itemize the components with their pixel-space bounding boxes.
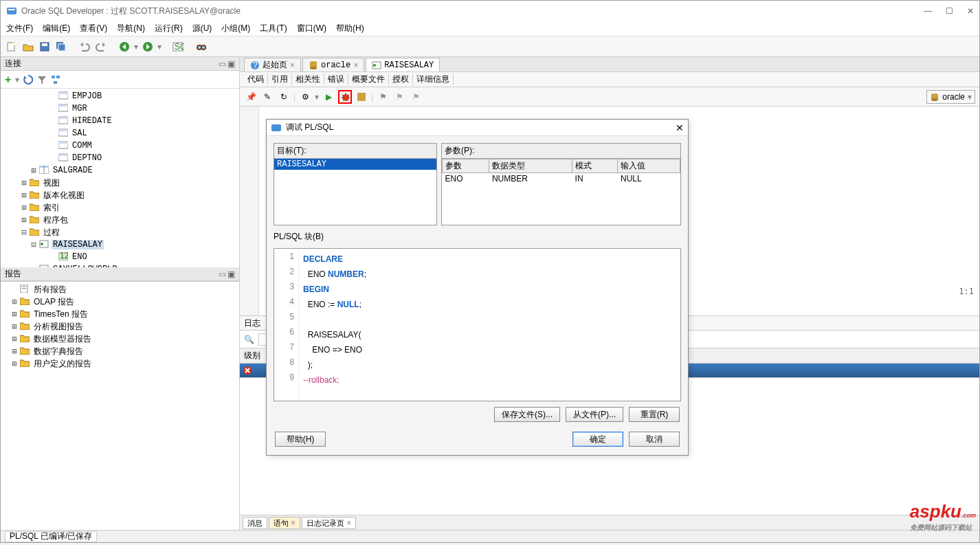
panel-restore-icon[interactable]: ▣ <box>227 59 235 69</box>
tree-row[interactable]: SAL <box>1 127 239 140</box>
connection-selector[interactable]: oracle ▾ <box>926 90 975 104</box>
reset-button[interactable]: 重置(R) <box>629 407 680 422</box>
params-box: 参数(P): 参数数据类型模式输入值 ENONUMBERINNULL <box>441 143 681 225</box>
reports-tree[interactable]: 所有报告⊞OLAP 报告⊞TimesTen 报告⊞分析视图报告⊞数据模型器报告⊞… <box>1 281 239 530</box>
log-header-label: 日志 <box>244 318 260 329</box>
subtab[interactable]: 代码 <box>244 74 268 85</box>
svg-rect-42 <box>22 288 26 289</box>
subtab[interactable]: 错误 <box>324 74 348 85</box>
connections-tree[interactable]: EMPJOBMGRHIREDATESALCOMMDEPTNO⊞SALGRADE⊞… <box>1 89 239 267</box>
sql-icon[interactable]: SQL <box>171 40 185 54</box>
menu-item[interactable]: 运行(R) <box>155 23 183 34</box>
bookmark-icon[interactable]: ⚑ <box>376 90 390 104</box>
menu-item[interactable]: 导航(N) <box>117 23 145 34</box>
subtab[interactable]: 详细信息 <box>413 74 454 85</box>
refresh2-icon[interactable]: ↻ <box>277 90 291 104</box>
tree-row[interactable]: ⊞数据模型器报告 <box>1 333 239 345</box>
menu-item[interactable]: 文件(F) <box>6 23 33 34</box>
gear-icon[interactable]: ⚙ <box>298 90 312 104</box>
window-buttons: — ☐ ✕ <box>924 6 974 16</box>
subtab[interactable]: 授权 <box>389 74 413 85</box>
undo-icon[interactable] <box>78 40 91 54</box>
from-file-button[interactable]: 从文件(P)... <box>566 407 623 422</box>
ok-button[interactable]: 确定 <box>572 432 623 447</box>
log-tab[interactable]: 语句 × <box>269 517 300 529</box>
document-tab[interactable]: oracle × <box>302 58 364 71</box>
subtab[interactable]: 引用 <box>268 74 292 85</box>
params-table-wrap: 参数数据类型模式输入值 ENONUMBERINNULL <box>442 159 680 225</box>
binoculars-icon[interactable] <box>194 40 208 54</box>
close-button[interactable]: ✕ <box>967 6 974 16</box>
tree-row[interactable]: ⊟过程 <box>1 226 239 238</box>
menu-item[interactable]: 编辑(E) <box>43 23 70 34</box>
svg-text:123: 123 <box>60 252 68 260</box>
svg-point-15 <box>202 46 205 49</box>
back-icon[interactable] <box>118 40 131 54</box>
target-list[interactable]: RAISESALAY <box>274 159 436 225</box>
tree-row[interactable]: ⊞分析视图报告 <box>1 320 239 333</box>
minimize-button[interactable]: — <box>924 6 932 16</box>
tree-row[interactable]: 所有报告 <box>1 283 239 296</box>
target-item[interactable]: RAISESALAY <box>274 159 436 170</box>
menu-item[interactable]: 源(U) <box>192 23 212 34</box>
subtab[interactable]: 概要文件 <box>348 74 389 85</box>
tree-row[interactable]: ⊞OLAP 报告 <box>1 296 239 308</box>
tree-row[interactable]: COMM <box>1 140 239 152</box>
save-file-button[interactable]: 保存文件(S)... <box>494 407 560 422</box>
document-tab[interactable]: ?起始页 × <box>244 58 301 71</box>
tree-row[interactable]: ⊞版本化视图 <box>1 189 239 201</box>
tree-row[interactable]: ⊟RAISESALAY <box>1 238 239 251</box>
tree-row[interactable]: MGR <box>1 102 239 115</box>
maximize-button[interactable]: ☐ <box>946 6 953 16</box>
menu-item[interactable]: 帮助(H) <box>336 23 364 34</box>
params-table[interactable]: 参数数据类型模式输入值 ENONUMBERINNULL <box>442 159 680 184</box>
tree-row[interactable]: ⊞SALGRADE <box>1 164 239 177</box>
tree-row[interactable]: ⊞TimesTen 报告 <box>1 308 239 320</box>
save-icon[interactable] <box>38 40 52 54</box>
panel-min-icon[interactable]: ▭ <box>219 59 226 69</box>
tree-row[interactable]: 123ENO <box>1 251 239 263</box>
dialog-close-icon[interactable]: ✕ <box>676 122 684 133</box>
tree-row[interactable]: ⊞数据字典报告 <box>1 345 239 357</box>
refresh-icon[interactable] <box>23 75 33 85</box>
app-icon <box>6 5 17 16</box>
svg-rect-16 <box>52 76 55 78</box>
tree-row[interactable]: ⊞用户定义的报告 <box>1 357 239 370</box>
dialog-code[interactable]: DECLARE ENO NUMBER;BEGIN ENO := NULL; RA… <box>299 249 680 401</box>
tree-row[interactable]: ⊞索引 <box>1 201 239 214</box>
tree-row[interactable]: HIREDATE <box>1 115 239 127</box>
open-icon[interactable] <box>21 40 35 54</box>
panel-restore-icon[interactable]: ▣ <box>227 269 235 279</box>
new-icon[interactable] <box>5 40 19 54</box>
bookmark-next-icon[interactable]: ⚑ <box>392 90 406 104</box>
profile-icon[interactable] <box>355 90 368 104</box>
menu-item[interactable]: 查看(V) <box>80 23 107 34</box>
menu-item[interactable]: 窗口(W) <box>297 23 326 34</box>
panel-min-icon[interactable]: ▭ <box>219 269 226 279</box>
debug-icon[interactable] <box>338 90 352 104</box>
pin-icon[interactable]: 📌 <box>244 90 258 104</box>
log-tab[interactable]: 消息 <box>243 517 267 529</box>
menu-item[interactable]: 小组(M) <box>221 23 250 34</box>
tree-row[interactable]: EMPJOB <box>1 90 239 102</box>
plsql-block-editor[interactable]: 123456789 DECLARE ENO NUMBER;BEGIN ENO :… <box>274 248 681 401</box>
tree-row[interactable]: ⊞视图 <box>1 177 239 189</box>
tree-row[interactable]: DEPTNO <box>1 152 239 164</box>
saveall-icon[interactable] <box>54 40 68 54</box>
subtab[interactable]: 相关性 <box>292 74 324 85</box>
tree-icon[interactable] <box>51 75 60 85</box>
add-connection-icon[interactable]: + <box>5 74 11 86</box>
search-icon[interactable]: 🔍 <box>244 335 254 344</box>
tree-row[interactable]: ⊞程序包 <box>1 214 239 226</box>
help-button[interactable]: 帮助(H) <box>275 432 326 447</box>
redo-icon[interactable] <box>94 40 108 54</box>
cancel-button[interactable]: 取消 <box>629 432 680 447</box>
log-tab[interactable]: 日志记录页 × <box>302 517 356 529</box>
filter-icon[interactable] <box>37 75 47 85</box>
menu-item[interactable]: 工具(T) <box>260 23 287 34</box>
edit-icon[interactable]: ✎ <box>260 90 274 104</box>
run-icon[interactable]: ▶ <box>322 90 335 104</box>
bookmark-prev-icon[interactable]: ⚑ <box>409 90 423 104</box>
document-tab[interactable]: RAISESALAY <box>366 58 440 71</box>
forward-icon[interactable] <box>141 40 155 54</box>
